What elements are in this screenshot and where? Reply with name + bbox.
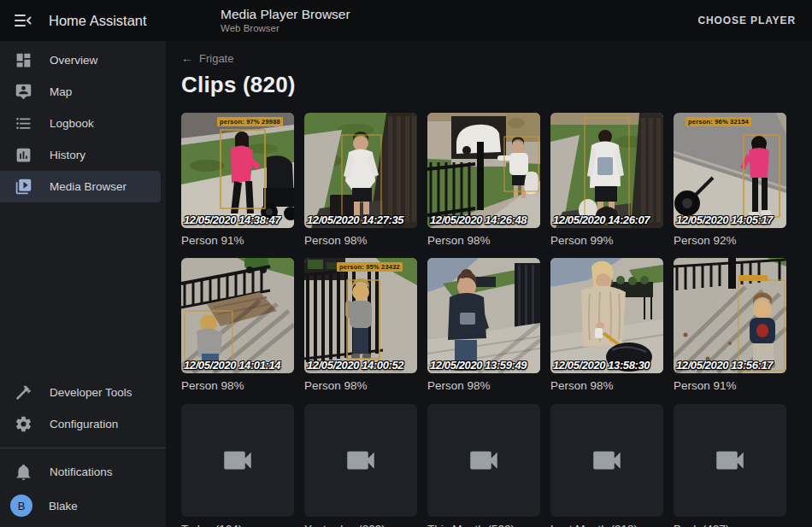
clip-timestamp: 12/05/2020 14:00:52	[307, 359, 403, 372]
clip-timestamp: 12/05/2020 13:59:49	[430, 359, 527, 372]
sidebar-profile[interactable]: B Blake	[0, 488, 166, 524]
clip-caption: Person 91%	[181, 234, 294, 247]
video-camera-icon	[220, 442, 256, 478]
clip-card: person: 97% 2998812/05/2020 14:38:47Pers…	[181, 113, 294, 247]
home-assistant-app: Home Assistant Media Player Browser Web …	[0, 0, 812, 527]
sidebar-item-logbook[interactable]: Logbook	[0, 108, 161, 139]
sidebar-item-map[interactable]: Map	[0, 76, 161, 108]
folder-caption: Back (427)	[674, 523, 786, 527]
clip-thumbnail[interactable]: person: 97% 2998812/05/2020 14:38:47	[181, 113, 294, 228]
clip-thumbnail[interactable]: person: 96% 3215412/05/2020 14:05:17	[674, 113, 786, 228]
folder-tile-last-month-318-[interactable]	[550, 404, 663, 517]
notifications-label: Notifications	[50, 466, 113, 478]
sidebar-item-label: Logbook	[50, 117, 94, 130]
sidebar-item-overview[interactable]: Overview	[0, 44, 161, 76]
sidebar-item-history[interactable]: History	[0, 139, 161, 171]
clip-card: 12/05/2020 14:26:48Person 98%	[427, 113, 540, 247]
chart-box-icon	[15, 146, 32, 164]
sidebar-item-label: History	[50, 149, 85, 161]
clip-card: person: 95% 2343212/05/2020 14:00:52Pers…	[304, 258, 417, 392]
folder-tile-back-427-[interactable]	[674, 404, 786, 517]
clip-timestamp: 12/05/2020 13:58:30	[553, 359, 650, 372]
video-camera-icon	[712, 442, 748, 478]
clip-thumbnail[interactable]: person: 95% 2343212/05/2020 14:00:52	[304, 258, 417, 373]
clip-timestamp: 12/05/2020 14:38:47	[184, 214, 280, 226]
detection-label: person: 96% 32154	[685, 117, 751, 126]
clip-thumbnail[interactable]: 12/05/2020 14:01:14	[181, 258, 294, 373]
clips-grid: person: 97% 2998812/05/2020 14:38:47Pers…	[181, 113, 812, 392]
clip-caption: Person 98%	[427, 379, 540, 392]
sidebar-item-label: Configuration	[50, 418, 118, 430]
sidebar-item-media-browser[interactable]: Media Browser	[0, 171, 161, 202]
clip-thumbnail[interactable]: 12/05/2020 13:59:49	[427, 258, 540, 373]
user-name: Blake	[49, 500, 78, 512]
sidebar-toggle-button[interactable]	[13, 10, 33, 31]
folder-tile-today-164-[interactable]	[181, 404, 294, 517]
clip-caption: Person 98%	[181, 379, 294, 392]
sidebar-item-label: Developer Tools	[50, 386, 132, 399]
page-title: Clips (820)	[181, 72, 812, 98]
clip-timestamp: 12/05/2020 14:26:07	[553, 214, 650, 226]
clip-card: 12/05/2020 14:27:35Person 98%	[304, 113, 417, 247]
folders-grid: Today (164)Yesterday (209)This Month (50…	[181, 404, 812, 527]
folder-caption: This Month (502)	[427, 523, 540, 527]
video-camera-icon	[343, 442, 379, 478]
clip-timestamp: 12/05/2020 13:56:17	[676, 359, 773, 372]
clip-timestamp: 12/05/2020 14:01:14	[184, 359, 280, 372]
breadcrumb[interactable]: ← Frigate	[181, 51, 233, 65]
clip-caption: Person 98%	[304, 234, 417, 247]
clip-scene-sidewalk-stroller	[181, 113, 294, 228]
header-title: Media Player Browser	[221, 7, 350, 21]
choose-player-button[interactable]: CHOOSE PLAYER	[692, 14, 801, 27]
folder-card: Last Month (318)	[550, 404, 663, 527]
clip-thumbnail[interactable]: 12/05/2020 13:58:30	[550, 258, 663, 373]
clip-scene-garage-trash	[427, 113, 540, 228]
hammer-icon	[15, 384, 32, 401]
folder-tile-yesterday-209-[interactable]	[304, 404, 417, 517]
header-subtitle: Web Browser	[221, 23, 350, 34]
folder-card: Back (427)	[674, 404, 786, 527]
folder-caption: Today (164)	[181, 523, 294, 527]
user-avatar: B	[10, 495, 32, 517]
clip-caption: Person 91%	[674, 379, 786, 392]
clip-card: 12/05/2020 13:59:49Person 98%	[427, 258, 540, 392]
folder-card: This Month (502)	[427, 404, 540, 527]
folder-caption: Yesterday (209)	[304, 523, 417, 527]
clip-thumbnail[interactable]: 12/05/2020 14:27:35	[304, 113, 417, 228]
clip-caption: Person 99%	[550, 234, 663, 247]
video-camera-icon	[466, 442, 502, 478]
clip-caption: Person 98%	[550, 379, 663, 392]
sidebar-item-notifications[interactable]: Notifications	[0, 456, 161, 488]
clip-thumbnail[interactable]: 12/05/2020 14:26:07	[550, 113, 663, 228]
clip-timestamp: 12/05/2020 14:26:48	[430, 214, 527, 226]
clip-caption: Person 98%	[304, 379, 417, 392]
clip-timestamp: 12/05/2020 14:27:35	[307, 214, 403, 226]
clip-scene-toddler-gate	[304, 258, 417, 373]
clip-thumbnail[interactable]: 12/05/2020 13:56:17	[674, 258, 786, 373]
app-title: Home Assistant	[49, 13, 147, 29]
sidebar-item-developer-tools[interactable]: Developer Tools	[0, 377, 161, 408]
detection-label: person: 97% 29988	[217, 117, 283, 126]
sidebar-item-label: Map	[50, 85, 72, 98]
bell-icon	[15, 463, 32, 481]
play-box-multiple-icon	[15, 178, 32, 196]
format-list-bulleted-icon	[15, 114, 32, 132]
back-arrow-icon: ←	[181, 51, 193, 65]
sidebar-item-configuration[interactable]: Configuration	[0, 408, 161, 440]
clip-card: 12/05/2020 14:26:07Person 99%	[550, 113, 663, 247]
clip-timestamp: 12/05/2020 14:05:17	[676, 214, 773, 226]
sidebar: OverviewMapLogbookHistoryMedia Browser D…	[0, 41, 166, 527]
clip-thumbnail[interactable]: 12/05/2020 14:26:48	[427, 113, 540, 228]
clip-card: person: 96% 3215412/05/2020 14:05:17Pers…	[674, 113, 786, 247]
clip-card: 12/05/2020 13:58:30Person 98%	[550, 258, 663, 392]
breadcrumb-label: Frigate	[199, 52, 233, 65]
top-app-bar: Home Assistant Media Player Browser Web …	[0, 0, 812, 41]
sidebar-item-label: Media Browser	[50, 180, 127, 193]
clip-scene-street-pink	[674, 113, 786, 228]
folder-tile-this-month-502-[interactable]	[427, 404, 540, 517]
tooltip-account-icon	[15, 83, 32, 101]
clip-scene-beige-sweater	[550, 258, 663, 373]
folder-caption: Last Month (318)	[550, 523, 663, 527]
detection-label: person: 95% 23432	[337, 262, 403, 272]
cog-icon	[15, 415, 32, 433]
